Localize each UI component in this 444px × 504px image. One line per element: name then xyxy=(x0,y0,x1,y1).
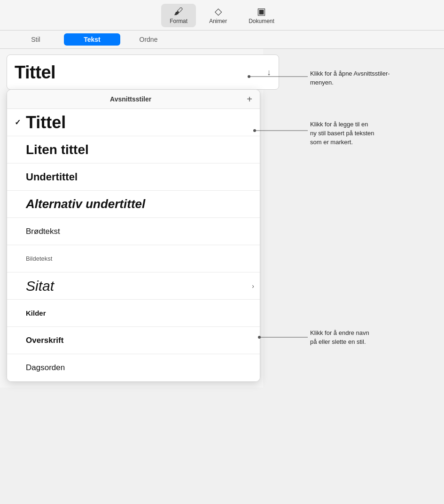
dokument-icon: ▣ xyxy=(257,7,266,16)
style-item-brodtekst[interactable]: Brødtekst xyxy=(7,218,260,245)
style-item-label: Brødtekst xyxy=(26,227,60,236)
style-item-label: Liten tittel xyxy=(26,142,89,157)
style-item-label: Tittel xyxy=(26,113,66,132)
dokument-button[interactable]: ▣ Dokument xyxy=(240,4,283,27)
tab-tekst[interactable]: Tekst xyxy=(64,33,120,46)
dokument-label: Dokument xyxy=(249,18,274,24)
style-item-label: Sitat xyxy=(26,278,54,294)
dropdown-header: Avsnittsstiler + xyxy=(7,90,260,109)
style-item-tittel[interactable]: ✓Tittel xyxy=(7,109,260,136)
annotation-1: Klikk for å åpne Avsnittsstiler-menyen. xyxy=(310,70,409,87)
format-panel: Tittel ↓ Avsnittsstiler + ✓TittelLiten t… xyxy=(0,49,263,388)
dropdown-title: Avsnittsstiler xyxy=(15,95,247,103)
format-button[interactable]: 🖌 Format xyxy=(161,4,196,27)
checkmark-icon: ✓ xyxy=(15,118,23,127)
segment-control: Stil Tekst Ordne xyxy=(0,31,444,49)
annotation-3: Klikk for å endre navnpå eller slette en… xyxy=(310,329,369,347)
style-selector[interactable]: Tittel ↓ xyxy=(7,54,279,90)
style-item-bildetekst[interactable]: Bildetekst xyxy=(7,245,260,272)
toolbar: 🖌 Format ◇ Animer ▣ Dokument xyxy=(0,0,444,31)
format-icon: 🖌 xyxy=(174,7,183,16)
style-item-label: Dagsorden xyxy=(26,363,65,372)
style-item-alt-undertittel[interactable]: Alternativ undertittel xyxy=(7,191,260,218)
paragraph-styles-dropdown: Avsnittsstiler + ✓TittelLiten tittelUnde… xyxy=(7,89,260,382)
style-item-label: Overskrift xyxy=(26,336,63,345)
animer-label: Animer xyxy=(209,18,227,24)
style-item-kilder[interactable]: Kilder xyxy=(7,300,260,327)
format-label: Format xyxy=(170,18,187,24)
annotation-2: Klikk for å legge til enny stil basert p… xyxy=(310,120,374,147)
style-item-label: Undertittel xyxy=(26,171,78,183)
selected-style-title: Tittel xyxy=(15,62,55,83)
style-item-sitat[interactable]: Sitat› xyxy=(7,272,260,300)
style-item-label: Kilder xyxy=(26,309,46,317)
chevron-right-icon: › xyxy=(252,282,254,290)
add-style-button[interactable]: + xyxy=(247,94,252,104)
style-item-overskrift[interactable]: Overskrift xyxy=(7,327,260,354)
animer-icon: ◇ xyxy=(215,7,222,16)
animer-button[interactable]: ◇ Animer xyxy=(201,4,235,27)
style-item-label: Bildetekst xyxy=(26,255,52,262)
tab-stil[interactable]: Stil xyxy=(8,33,64,46)
style-item-label: Alternativ undertittel xyxy=(26,197,145,211)
style-item-undertittel[interactable]: Undertittel xyxy=(7,163,260,191)
style-item-dagsorden[interactable]: Dagsorden xyxy=(7,354,260,381)
style-list: ✓TittelLiten tittelUndertittelAlternativ… xyxy=(7,109,260,381)
tab-ordne[interactable]: Ordne xyxy=(120,33,177,46)
chevron-down-icon[interactable]: ↓ xyxy=(267,68,271,78)
style-item-liten-tittel[interactable]: Liten tittel xyxy=(7,136,260,163)
